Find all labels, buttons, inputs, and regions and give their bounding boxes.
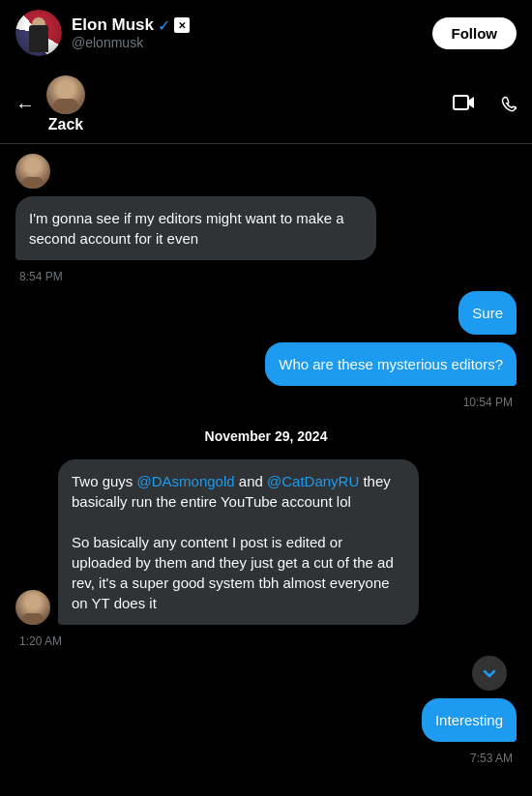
message-text-3: Who are these mysterious editors? bbox=[279, 356, 503, 372]
messages-container: I'm gonna see if my editors might want t… bbox=[0, 144, 532, 775]
scroll-down-button[interactable] bbox=[472, 656, 507, 691]
message-bubble-outgoing-5: Interesting bbox=[422, 698, 517, 742]
user-info: Elon Musk ✓ ✕ @elonmusk bbox=[72, 15, 190, 50]
message-bubble-incoming-1: I'm gonna see if my editors might want t… bbox=[15, 196, 376, 260]
verified-icon: ✓ bbox=[158, 16, 170, 35]
message-bubble-outgoing-2: Sure bbox=[458, 291, 517, 335]
timestamp-1: 8:54 PM bbox=[15, 270, 63, 283]
timestamp-4: 1:20 AM bbox=[15, 634, 62, 648]
message-text-1: I'm gonna see if my editors might want t… bbox=[29, 210, 344, 247]
message-bubble-incoming-4: Two guys @DAsmongold and @CatDanyRU they… bbox=[58, 459, 419, 625]
video-call-icon[interactable] bbox=[453, 93, 476, 117]
chat-avatar[interactable] bbox=[46, 75, 85, 114]
profile-avatar[interactable] bbox=[15, 10, 62, 56]
svg-rect-0 bbox=[454, 96, 468, 109]
chat-header-icons bbox=[453, 92, 517, 118]
sender-avatar-4 bbox=[15, 590, 50, 625]
sender-avatar-small bbox=[15, 154, 50, 189]
message-text-2: Sure bbox=[472, 305, 503, 321]
follow-button[interactable]: Follow bbox=[432, 17, 517, 49]
message-text-5: Interesting bbox=[435, 712, 503, 728]
user-name-row: Elon Musk ✓ ✕ bbox=[72, 15, 190, 35]
incoming-msg-row-4: Two guys @DAsmongold and @CatDanyRU they… bbox=[15, 459, 517, 625]
link-catdanyru[interactable]: @CatDanyRU bbox=[267, 473, 359, 489]
user-name: Elon Musk bbox=[72, 15, 154, 35]
phone-call-icon[interactable] bbox=[495, 92, 517, 118]
profile-header: Elon Musk ✓ ✕ @elonmusk Follow bbox=[0, 0, 532, 66]
message-text-4b: So basically any content I post is edite… bbox=[72, 534, 394, 611]
x-platform-icon: ✕ bbox=[174, 17, 190, 33]
profile-info: Elon Musk ✓ ✕ @elonmusk bbox=[15, 10, 190, 56]
date-separator: November 29, 2024 bbox=[15, 428, 517, 444]
timestamp-5: 7:53 AM bbox=[470, 752, 517, 765]
back-button[interactable]: ← bbox=[15, 94, 35, 116]
message-text-4a: Two guys @DAsmongold and @CatDanyRU they… bbox=[72, 473, 391, 510]
chat-name: Zack bbox=[48, 116, 83, 133]
timestamp-3: 10:54 PM bbox=[463, 396, 517, 409]
link-dasmongold[interactable]: @DAsmongold bbox=[137, 473, 235, 489]
chat-header-left: ← Zack bbox=[15, 75, 85, 133]
user-handle: @elonmusk bbox=[72, 35, 190, 50]
chat-header: ← Zack bbox=[0, 66, 532, 144]
message-bubble-outgoing-3: Who are these mysterious editors? bbox=[265, 342, 517, 386]
